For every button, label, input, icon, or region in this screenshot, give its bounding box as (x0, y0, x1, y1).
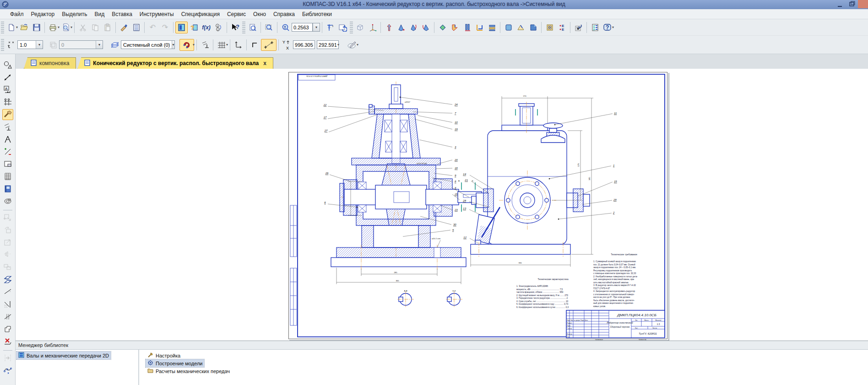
menu-insert[interactable]: Вставка (108, 10, 136, 18)
copies-select[interactable]: 0▾ (59, 40, 103, 49)
positions-marks-icon[interactable]: ЕЕ (556, 22, 568, 33)
magnet-dropdown[interactable]: ▾ (193, 43, 195, 47)
corner-mode-icon[interactable] (249, 39, 261, 51)
break-view-icon[interactable] (473, 22, 486, 33)
import-view-icon[interactable] (572, 22, 585, 33)
preview-dropdown[interactable]: ▾ (71, 25, 72, 29)
toolbar2-handle[interactable] (1, 39, 4, 51)
tab-komponovka[interactable]: компоновка (24, 57, 76, 69)
scale-field[interactable] (292, 23, 313, 32)
document-manager-icon[interactable] (175, 22, 188, 33)
zoom-to-page-icon[interactable] (246, 22, 259, 33)
model-view-icon[interactable] (354, 22, 366, 33)
minimize-button[interactable] (834, 0, 846, 10)
copy-icon[interactable] (89, 22, 101, 33)
dimensions-tool[interactable] (2, 72, 13, 83)
projection-view-3-icon[interactable] (420, 22, 432, 33)
specification-window-tool[interactable] (2, 159, 13, 170)
format-brush-icon[interactable] (118, 22, 130, 33)
help-icon[interactable]: ? (601, 22, 613, 33)
outline-tool[interactable] (2, 324, 13, 335)
ortho-drawing-icon[interactable] (199, 39, 211, 51)
holes-table-icon[interactable] (543, 22, 556, 33)
projection-view-1-icon[interactable] (395, 22, 407, 33)
spline-tool[interactable] (2, 365, 13, 376)
variables-panel-icon[interactable]: ? (188, 22, 200, 33)
refresh-view-icon[interactable] (336, 22, 349, 33)
step-select[interactable]: 1.0▾ (17, 40, 43, 49)
command-settings[interactable]: Настройка (146, 352, 182, 359)
menu-file[interactable]: Файл (6, 10, 27, 18)
new-macro-icon[interactable] (346, 39, 358, 51)
save-icon[interactable] (30, 22, 43, 33)
toolbar-handle[interactable] (1, 22, 4, 33)
grid-toggle-icon[interactable] (215, 39, 228, 51)
rotate-tool[interactable] (2, 225, 13, 236)
menu-tools[interactable]: Инструменты (136, 10, 178, 18)
chamfer-view-icon[interactable] (515, 22, 527, 33)
preview-icon[interactable] (60, 22, 72, 33)
move-tool[interactable] (2, 212, 13, 223)
tab-close-icon[interactable]: x (263, 60, 266, 66)
layers-stack-icon[interactable] (108, 39, 121, 51)
rebuild-icon[interactable] (324, 22, 336, 33)
mirror-tool[interactable] (2, 249, 13, 260)
extend-tool[interactable] (2, 299, 13, 310)
menu-view[interactable]: Вид (91, 10, 108, 18)
menu-window[interactable]: Окно (250, 10, 270, 18)
local-view-icon[interactable] (449, 22, 461, 33)
layer-select[interactable]: Системный слой (0)▾ (121, 40, 175, 49)
coord-y-field[interactable] (317, 40, 339, 49)
specification-icon[interactable] (130, 22, 142, 33)
shaded-view-icon[interactable] (527, 22, 539, 33)
local-csys-icon[interactable] (232, 39, 244, 51)
arrow-up-view-icon[interactable] (383, 22, 395, 33)
command-gear-calculations[interactable]: Расчеты механических передач (146, 367, 232, 375)
projection-view-2-icon[interactable] (407, 22, 420, 33)
menu-select[interactable]: Выделить (58, 10, 91, 18)
coord-x-field[interactable] (293, 40, 315, 49)
command-build-model[interactable]: Построение модели (146, 359, 204, 367)
toolbar-overflow[interactable]: ▾ (612, 25, 614, 29)
plus-minus-tool[interactable] (2, 146, 13, 157)
trim-tool[interactable] (2, 286, 13, 297)
context-help-icon[interactable]: ? (229, 22, 241, 33)
menu-specification[interactable]: Спецификация (178, 10, 223, 18)
cut-icon[interactable] (76, 22, 89, 33)
parametrization-tool[interactable] (2, 109, 13, 120)
menu-service[interactable]: Сервис (223, 10, 250, 18)
print-icon[interactable] (47, 22, 59, 33)
delete-tool[interactable] (2, 336, 13, 347)
workbook-tool[interactable] (2, 183, 13, 194)
library-item-shafts-2d[interactable]: Валы и механические передачи 2D (16, 352, 111, 359)
close-button[interactable] (858, 0, 868, 8)
zoom-by-area-icon[interactable] (263, 22, 275, 33)
menu-editor[interactable]: Редактор (27, 10, 59, 18)
z-transform-tool[interactable] (2, 274, 13, 285)
copy-objects-tool[interactable] (2, 262, 13, 273)
view-manager-tool[interactable] (2, 196, 13, 207)
layers-view-icon[interactable] (486, 22, 498, 33)
angle-tool[interactable] (2, 134, 13, 145)
new-document-icon[interactable] (5, 22, 17, 33)
macro-dropdown[interactable]: ▾ (357, 43, 358, 47)
magnet-snap-icon[interactable] (179, 39, 194, 51)
measure-tool[interactable] (2, 121, 13, 132)
menu-help[interactable]: Справка (270, 10, 298, 18)
scale-tool[interactable] (2, 237, 13, 248)
menu-libraries[interactable]: Библиотеки (298, 10, 336, 18)
fx-equation-icon[interactable]: f(x) (200, 22, 212, 33)
point-snap-icon[interactable] (261, 39, 277, 51)
tab-reducer-drawing[interactable]: Конический редуктор с вертик. распол. бы… (77, 57, 273, 69)
coords-expand[interactable]: ▾ (337, 43, 339, 47)
open-document-icon[interactable] (18, 22, 30, 33)
paste-icon[interactable] (101, 22, 114, 33)
geometry-tool[interactable] (2, 60, 13, 71)
simple-frame-icon[interactable] (502, 22, 515, 33)
zoom-in-out-icon[interactable]: ± (279, 22, 292, 33)
redo-icon[interactable]: ↷ (159, 22, 171, 33)
library-manager-header[interactable]: Менеджер библиотек (16, 341, 868, 350)
grid-edit-tool[interactable] (2, 97, 13, 108)
break-tool[interactable] (2, 311, 13, 322)
converge-tool[interactable] (2, 352, 13, 363)
